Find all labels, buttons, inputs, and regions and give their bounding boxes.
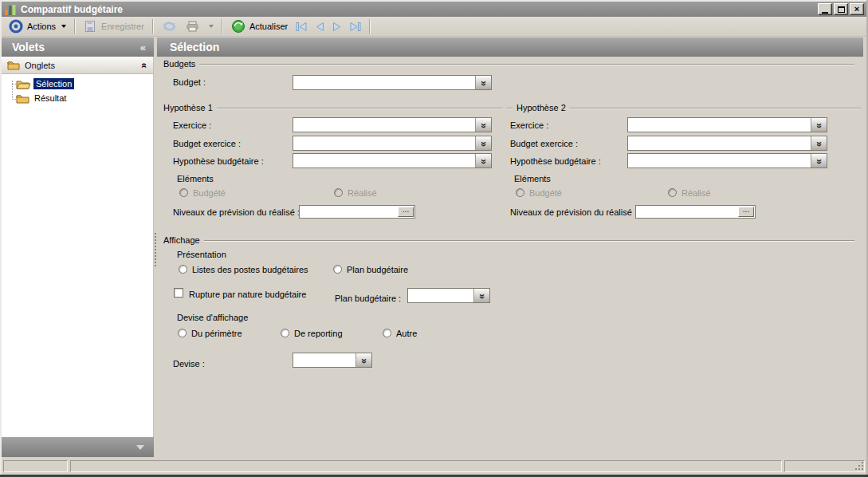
h1-niveaux-browse-button[interactable]: ... [398, 207, 414, 217]
h1-budget-exercice-combo-input[interactable] [293, 136, 475, 150]
h1-niveaux-field[interactable]: ... [299, 205, 415, 219]
maximize-button[interactable] [834, 3, 848, 15]
h2-exercice-combo-input[interactable] [628, 118, 811, 132]
budget-combo[interactable]: » [293, 75, 492, 90]
maximize-icon [838, 6, 845, 13]
print-button[interactable] [181, 18, 218, 34]
budget-combo-button[interactable]: » [475, 76, 491, 89]
toolbar-separator [74, 19, 76, 34]
h1-exercice-combo-input[interactable] [293, 118, 475, 132]
sidebar-item-resultat[interactable]: Résultat [16, 92, 69, 104]
combo-chevron-icon: » [479, 123, 489, 128]
h2-niveaux-browse-button[interactable]: ... [738, 207, 754, 217]
h2-hypothese-combo-input[interactable] [628, 154, 811, 168]
listes-postes-radio[interactable] [179, 265, 187, 274]
plan-combo-input[interactable] [408, 289, 473, 302]
nav-last-button[interactable] [346, 20, 365, 34]
h2-niveaux-field[interactable]: ... [635, 205, 756, 219]
autre-radio[interactable] [383, 329, 391, 337]
content-header: Sélection [157, 37, 863, 57]
h1-budgete-radio[interactable] [179, 188, 188, 197]
combo-chevron-icon: » [479, 141, 489, 146]
selection-form: Budgets Budget : » Hypothèse 1 Exercice … [157, 57, 863, 459]
h1-budget-exercice-combo-button[interactable]: » [475, 136, 491, 150]
nav-next-button[interactable] [328, 20, 346, 34]
toolbar-separator [369, 19, 371, 34]
group-divider [217, 108, 503, 109]
sidebar-title: Volets [12, 41, 45, 53]
close-button[interactable]: × [850, 3, 864, 15]
nav-previous-icon [313, 22, 326, 32]
h2-exercice-combo[interactable]: » [627, 117, 827, 132]
affichage-group-header: Affichage [163, 235, 854, 246]
nav-previous-button[interactable] [311, 20, 328, 34]
save-button[interactable]: Enregistrer [80, 18, 148, 34]
tree-item-label[interactable]: Résultat [32, 93, 69, 104]
status-cell-left [3, 460, 68, 472]
sync-button[interactable] [158, 18, 181, 34]
h1-hypothese-combo-button[interactable]: » [475, 154, 491, 168]
resize-grip[interactable] [854, 461, 865, 473]
group-divider [570, 108, 861, 109]
collapse-panel-icon[interactable]: « [140, 41, 146, 53]
h1-elements-label: Eléments [177, 173, 214, 184]
h1-hypothese-combo-input[interactable] [293, 154, 475, 168]
h2-hypothese-combo-button[interactable]: » [811, 154, 827, 168]
presentation-label: Présentation [177, 249, 226, 260]
window-title: Comparatif budgétaire [21, 4, 123, 15]
h1-budget-exercice-combo[interactable]: » [293, 136, 492, 151]
sidebar-bottom-bar[interactable] [2, 437, 154, 457]
sidebar-group-onglets[interactable]: Onglets « [2, 57, 153, 74]
h2-hypothese-combo[interactable]: » [627, 153, 827, 168]
collapse-group-icon[interactable]: « [139, 62, 151, 68]
close-icon: × [854, 5, 859, 14]
minimize-button[interactable] [818, 3, 832, 15]
panel-splitter-handle[interactable] [155, 233, 157, 266]
h2-niveaux-input[interactable] [636, 207, 738, 217]
h2-exercice-combo-button[interactable]: » [811, 118, 827, 132]
h1-hypothese-combo[interactable]: » [293, 153, 492, 168]
h1-niveaux-input[interactable] [300, 207, 398, 217]
title-bar[interactable]: Comparatif budgétaire × [2, 2, 866, 17]
h2-realise-radio[interactable] [668, 188, 677, 197]
h2-budgete-radio[interactable] [516, 188, 524, 197]
rupture-checkbox[interactable] [174, 288, 183, 298]
plan-combo[interactable]: » [407, 288, 490, 303]
toolbar-separator [222, 19, 223, 34]
status-bar [2, 459, 866, 475]
actions-button[interactable]: Actions [5, 18, 70, 35]
folder-icon [7, 60, 20, 70]
listes-postes-label: Listes des postes budgétaires [192, 264, 308, 275]
devise-combo[interactable]: » [293, 353, 372, 368]
status-cell-middle [70, 460, 782, 472]
refresh-icon [231, 19, 245, 34]
combo-chevron-icon: » [479, 159, 489, 164]
tree-item-label[interactable]: Sélection [33, 78, 74, 89]
budget-label: Budget : [173, 77, 206, 88]
content-title: Sélection [170, 41, 219, 53]
h2-elements-label: Eléments [514, 173, 551, 184]
refresh-button[interactable]: Actualiser [227, 18, 292, 35]
h2-budget-exercice-combo-button[interactable]: » [811, 136, 827, 150]
plan-budgetaire-radio[interactable] [333, 265, 342, 274]
budgets-legend: Budgets [163, 59, 195, 69]
printer-icon [185, 20, 200, 33]
minimize-icon [822, 12, 828, 14]
plan-combo-button[interactable]: » [473, 289, 489, 302]
sidebar-item-selection[interactable]: Sélection [16, 77, 74, 90]
h1-realise-radio[interactable] [334, 188, 343, 197]
budget-combo-input[interactable] [293, 76, 475, 89]
nav-first-button[interactable] [292, 20, 311, 34]
du-perimetre-radio[interactable] [178, 329, 187, 337]
h2-exercice-label: Exercice : [510, 120, 548, 131]
devise-combo-button[interactable]: » [355, 353, 371, 367]
h1-exercice-combo[interactable]: » [293, 117, 492, 132]
devise-combo-input[interactable] [293, 353, 355, 367]
de-reporting-label: De reporting [294, 328, 343, 339]
save-icon [84, 20, 97, 33]
h2-budget-exercice-label: Budget exercice : [510, 138, 578, 149]
h2-budget-exercice-combo-input[interactable] [628, 136, 811, 150]
de-reporting-radio[interactable] [281, 329, 289, 337]
h1-exercice-combo-button[interactable]: » [475, 118, 491, 132]
h2-budget-exercice-combo[interactable]: » [627, 136, 827, 151]
